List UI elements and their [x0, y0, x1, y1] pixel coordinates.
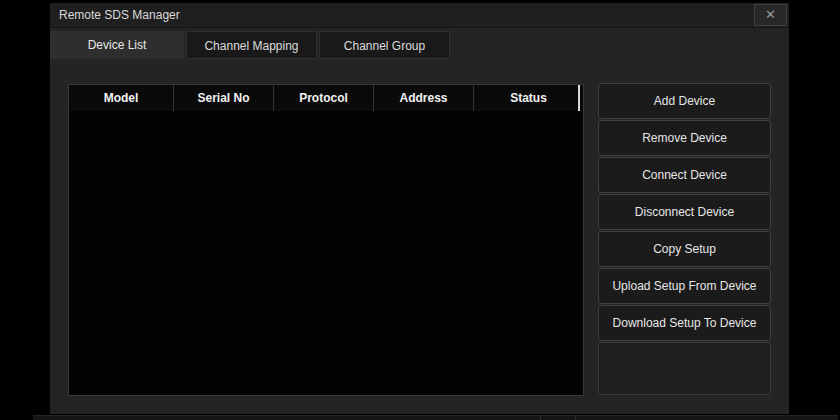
device-table-header: Model Serial No Protocol Address Status	[69, 85, 583, 111]
close-button[interactable]: ✕	[754, 4, 787, 26]
statusbar-divider	[575, 416, 576, 420]
screen-background: Remote SDS Manager ✕ Device List Channel…	[0, 0, 840, 420]
column-header-serial-no[interactable]: Serial No	[174, 85, 274, 111]
scrollbar-thumb[interactable]	[578, 85, 580, 111]
titlebar[interactable]: Remote SDS Manager ✕	[50, 3, 789, 28]
column-header-protocol[interactable]: Protocol	[274, 85, 374, 111]
column-header-address[interactable]: Address	[374, 85, 474, 111]
device-table: Model Serial No Protocol Address Status	[68, 84, 584, 396]
remove-device-button[interactable]: Remove Device	[598, 120, 771, 156]
device-table-body[interactable]	[69, 111, 583, 395]
remote-sds-manager-dialog: Remote SDS Manager ✕ Device List Channel…	[50, 3, 789, 414]
tab-channel-mapping[interactable]: Channel Mapping	[186, 31, 317, 59]
upload-setup-from-device-button[interactable]: Upload Setup From Device	[598, 268, 771, 304]
connect-device-button[interactable]: Connect Device	[598, 157, 771, 193]
add-device-button[interactable]: Add Device	[598, 83, 771, 119]
copy-setup-button[interactable]: Copy Setup	[598, 231, 771, 267]
empty-panel	[598, 342, 771, 395]
column-header-status[interactable]: Status	[474, 85, 583, 111]
column-header-model[interactable]: Model	[69, 85, 174, 111]
action-button-panel: Add Device Remove Device Connect Device …	[598, 83, 771, 395]
close-icon: ✕	[755, 5, 786, 25]
tab-device-list[interactable]: Device List	[50, 31, 184, 59]
disconnect-device-button[interactable]: Disconnect Device	[598, 194, 771, 230]
background-app-statusbar	[33, 415, 838, 420]
statusbar-divider	[540, 416, 541, 420]
download-setup-to-device-button[interactable]: Download Setup To Device	[598, 305, 771, 341]
window-title: Remote SDS Manager	[59, 3, 180, 27]
tab-channel-group[interactable]: Channel Group	[319, 31, 450, 59]
tab-bar: Device List Channel Mapping Channel Grou…	[50, 31, 789, 59]
